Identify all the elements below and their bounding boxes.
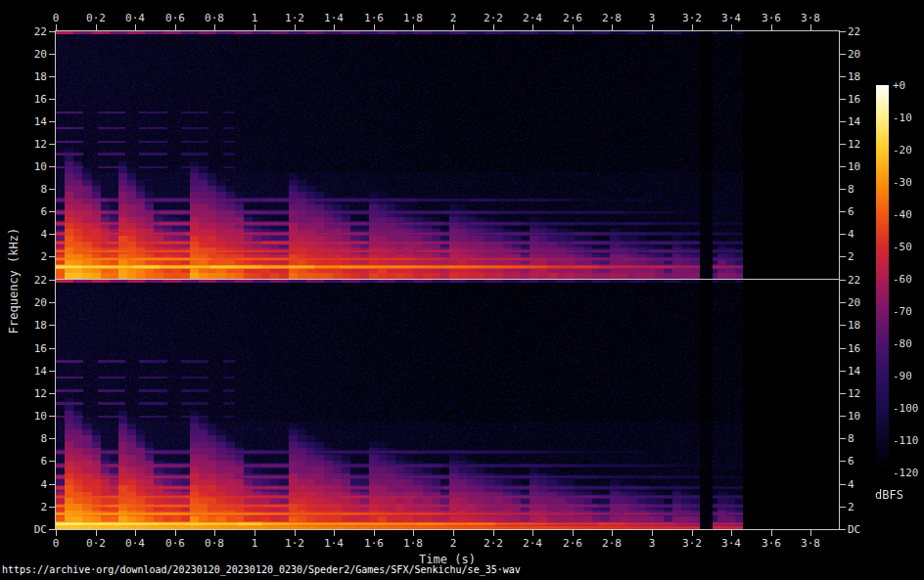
colorbar-tick-label: -60 <box>893 273 924 286</box>
plot-frame-divider <box>55 279 840 280</box>
y-tick-right <box>840 438 846 439</box>
x-tick-bottom <box>214 530 215 536</box>
x-tick-bottom <box>413 530 414 536</box>
plot-frame-bottom <box>55 529 840 530</box>
y-tick-right <box>840 484 846 485</box>
x-tick-top <box>692 24 693 30</box>
x-tick-top <box>374 24 375 30</box>
x-tick-top <box>56 24 57 30</box>
colorbar-tick-label: -100 <box>893 402 924 415</box>
x-tick-top <box>96 24 97 30</box>
x-tick-label-top: 3·2 <box>682 12 702 24</box>
y-tick-left <box>49 31 55 32</box>
x-tick-label-bottom: 2·6 <box>563 537 582 550</box>
x-tick-top <box>254 24 255 30</box>
x-tick-bottom <box>692 530 693 536</box>
y-tick-left <box>49 438 55 439</box>
x-tick-label-bottom: 0 <box>53 537 60 550</box>
colorbar-tick-label: -120 <box>893 467 924 479</box>
y-tick-right <box>840 416 846 417</box>
x-tick-top <box>532 24 533 30</box>
x-tick-label-top: 1·2 <box>285 12 304 24</box>
y-tick-right <box>840 256 846 257</box>
y-tick-left <box>49 234 55 235</box>
x-tick-label-bottom: 0·2 <box>86 537 106 550</box>
y-tick-right <box>840 302 846 303</box>
y-tick-left <box>49 99 55 100</box>
x-tick-label-top: 2·4 <box>523 12 542 24</box>
y-tick-label-left: 10 <box>0 410 47 423</box>
y-tick-left <box>49 461 55 462</box>
x-tick-top <box>731 24 732 30</box>
x-tick-top <box>771 24 772 30</box>
x-tick-label-bottom: 0·4 <box>125 537 145 550</box>
y-tick-right <box>840 529 846 530</box>
x-tick-bottom <box>175 530 176 536</box>
y-tick-right <box>840 76 846 77</box>
y-tick-right <box>840 144 846 145</box>
y-tick-label-right: 20 <box>848 48 895 61</box>
y-tick-label-left: 16 <box>0 93 47 106</box>
colorbar-tick-label: -30 <box>893 176 924 189</box>
x-tick-label-top: 3·8 <box>801 12 820 24</box>
y-tick-label-left: 20 <box>0 48 47 61</box>
y-tick-label-left: 14 <box>0 115 47 128</box>
y-tick-right <box>840 348 846 349</box>
x-tick-top <box>493 24 494 30</box>
plot-frame-left <box>55 30 56 530</box>
x-tick-label-top: 0·2 <box>86 12 106 24</box>
colorbar-tick-label: +0 <box>893 79 924 92</box>
y-tick-left <box>49 302 55 303</box>
x-tick-label-top: 3·6 <box>762 12 781 24</box>
y-tick-right <box>840 121 846 122</box>
colorbar-tick-label: -40 <box>893 208 924 221</box>
colorbar-tick-label: -70 <box>893 305 924 318</box>
colorbar-tick-label: -50 <box>893 241 924 253</box>
y-tick-label-right-dc: DC <box>848 523 895 536</box>
y-tick-left <box>49 529 55 530</box>
y-tick-left <box>49 484 55 485</box>
y-tick-left <box>49 166 55 167</box>
y-tick-right <box>840 189 846 190</box>
y-tick-left <box>49 371 55 372</box>
x-tick-label-bottom: 2·8 <box>602 537 622 550</box>
y-tick-label-left: 2 <box>0 501 47 513</box>
x-tick-label-top: 2 <box>450 12 457 24</box>
x-tick-label-bottom: 1 <box>252 537 258 550</box>
x-tick-bottom <box>96 530 97 536</box>
y-tick-label-right: 22 <box>848 25 895 38</box>
x-tick-bottom <box>493 530 494 536</box>
x-tick-bottom <box>334 530 335 536</box>
x-tick-top <box>612 24 613 30</box>
y-tick-label-left: 8 <box>0 183 47 196</box>
y-tick-left <box>49 325 55 326</box>
y-tick-left <box>49 280 55 281</box>
y-tick-left <box>49 348 55 349</box>
x-tick-bottom <box>135 530 136 536</box>
y-tick-left <box>49 121 55 122</box>
x-tick-top <box>573 24 574 30</box>
y-tick-right <box>840 234 846 235</box>
y-tick-label-left: 2 <box>0 250 47 263</box>
y-tick-right <box>840 166 846 167</box>
x-tick-label-bottom: 2·4 <box>523 537 542 550</box>
y-tick-right <box>840 31 846 32</box>
x-tick-label-top: 1·6 <box>364 12 384 24</box>
x-tick-top <box>214 24 215 30</box>
x-tick-bottom <box>295 530 296 536</box>
y-tick-label-left: 18 <box>0 319 47 332</box>
x-tick-label-top: 1·4 <box>324 12 344 24</box>
colorbar-tick-label: -20 <box>893 144 924 156</box>
x-tick-bottom <box>374 530 375 536</box>
x-tick-label-bottom: 1·6 <box>364 537 384 550</box>
x-tick-label-bottom: 2 <box>450 537 457 550</box>
x-tick-label-top: 0·6 <box>165 12 185 24</box>
x-tick-label-top: 0 <box>53 12 60 24</box>
y-tick-label-left: 6 <box>0 205 47 218</box>
y-tick-left <box>49 393 55 394</box>
x-tick-top <box>135 24 136 30</box>
x-tick-bottom <box>573 530 574 536</box>
x-tick-label-bottom: 2·2 <box>484 537 503 550</box>
x-tick-top <box>334 24 335 30</box>
y-tick-label-right: 18 <box>848 70 895 83</box>
